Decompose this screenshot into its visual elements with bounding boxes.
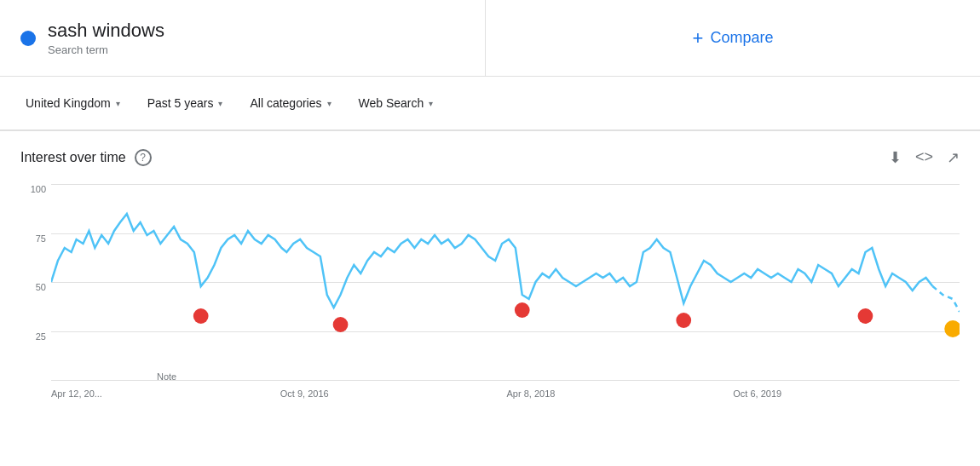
category-filter[interactable]: All categories ▾ [238, 89, 343, 117]
x-label-3: Apr 8, 2018 [507, 388, 556, 406]
red-dot-3 [515, 302, 530, 318]
chart-wrap: 100 75 50 25 [20, 184, 960, 406]
red-dot-2 [333, 317, 349, 332]
x-label-4: Oct 6, 2019 [733, 388, 781, 406]
period-filter[interactable]: Past 5 years ▾ [135, 89, 235, 117]
header: sash windows Search term + Compare [0, 0, 980, 77]
y-label-100: 100 [31, 184, 46, 194]
red-dot-4 [676, 313, 691, 328]
help-icon[interactable]: ? [135, 149, 152, 166]
y-axis-labels: 100 75 50 25 [20, 184, 51, 380]
section-actions: ⬇ <> ↗ [889, 148, 960, 167]
region-chevron-icon: ▾ [116, 99, 120, 108]
download-icon[interactable]: ⬇ [889, 148, 902, 167]
chart-line [51, 214, 932, 308]
chart-container: 100 75 50 25 [0, 175, 980, 406]
search-type-filter-label: Web Search [359, 96, 424, 110]
category-chevron-icon: ▾ [327, 99, 331, 108]
compare-label: Compare [710, 29, 773, 47]
share-icon[interactable]: ↗ [947, 148, 960, 167]
embed-icon[interactable]: <> [915, 148, 933, 167]
filter-bar: United Kingdom ▾ Past 5 years ▾ All cate… [0, 77, 980, 131]
grid-line-0 [51, 380, 960, 381]
section-title-area: Interest over time ? [20, 149, 152, 166]
category-filter-label: All categories [250, 96, 321, 110]
section-header: Interest over time ? ⬇ <> ↗ [0, 131, 980, 175]
red-dot-1 [193, 308, 209, 324]
red-dot-5 [858, 308, 873, 324]
search-term-title: sash windows [48, 20, 164, 42]
chart-line-dashed [932, 286, 960, 312]
search-term-text: sash windows Search term [48, 20, 164, 57]
x-label-1: Apr 12, 20... [51, 388, 102, 406]
period-filter-label: Past 5 years [147, 96, 214, 110]
search-type-chevron-icon: ▾ [429, 99, 433, 108]
y-label-75: 75 [36, 233, 46, 244]
x-axis-labels: Apr 12, 20... Oct 9, 2016 Apr 8, 2018 Oc… [51, 385, 960, 406]
compare-plus-icon: + [693, 27, 704, 49]
compare-button[interactable]: + Compare [486, 0, 980, 76]
x-label-2: Oct 9, 2016 [280, 388, 329, 406]
y-label-25: 25 [36, 331, 46, 342]
search-term-dot [20, 31, 36, 46]
region-filter-label: United Kingdom [26, 96, 111, 110]
search-type-filter[interactable]: Web Search ▾ [347, 89, 446, 117]
search-term-area: sash windows Search term [0, 0, 486, 76]
y-label-50: 50 [36, 282, 46, 292]
note-label: Note [157, 371, 176, 382]
orange-dot [944, 320, 960, 337]
chart-svg [51, 184, 960, 380]
section-title: Interest over time [20, 150, 126, 165]
search-term-subtitle: Search term [48, 43, 108, 56]
region-filter[interactable]: United Kingdom ▾ [14, 89, 132, 117]
period-chevron-icon: ▾ [218, 99, 222, 108]
